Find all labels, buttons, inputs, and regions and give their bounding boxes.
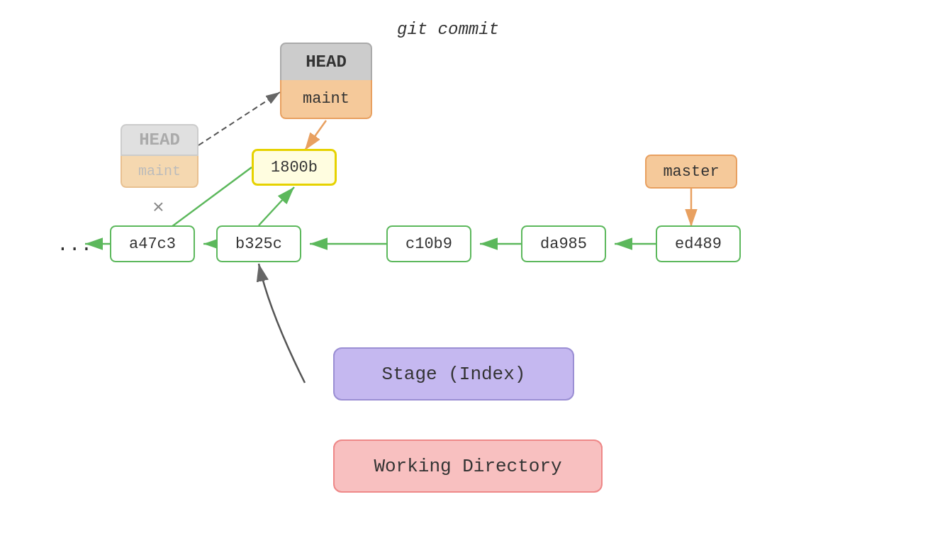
svg-line-12 xyxy=(198,92,280,145)
cross-symbol: × xyxy=(152,197,164,219)
commit-a47c3-label: a47c3 xyxy=(129,235,176,253)
dots-label: ... xyxy=(57,234,92,256)
commit-c10b9: c10b9 xyxy=(386,225,471,262)
diagram-container: git commit HEAD maint × HEAD maint maste… xyxy=(0,0,940,560)
head-active-top-label: HEAD xyxy=(306,52,347,72)
commit-b325c-label: b325c xyxy=(235,235,282,253)
commit-a47c3: a47c3 xyxy=(110,225,195,262)
stage-box-label: Stage (Index) xyxy=(382,364,526,385)
working-directory-label: Working Directory xyxy=(374,456,561,477)
commit-1800b-label: 1800b xyxy=(271,159,318,177)
master-label-text: master xyxy=(663,163,719,181)
commit-c10b9-label: c10b9 xyxy=(405,235,452,253)
commit-da985-label: da985 xyxy=(540,235,587,253)
head-inactive-label: HEAD xyxy=(139,130,180,150)
svg-line-11 xyxy=(305,121,326,150)
head-inactive-branch-label: maint xyxy=(138,163,181,179)
head-active-bottom: maint xyxy=(280,80,372,119)
working-directory-box: Working Directory xyxy=(333,439,603,493)
head-inactive-branch: maint xyxy=(121,156,198,188)
head-inactive-box: HEAD xyxy=(121,124,198,156)
master-label: master xyxy=(645,155,737,189)
head-active-bottom-label: maint xyxy=(303,90,349,108)
commit-b325c: b325c xyxy=(216,225,301,262)
head-active-top: HEAD xyxy=(280,43,372,82)
git-commit-label: git commit xyxy=(397,20,499,39)
commit-ed489: ed489 xyxy=(656,225,741,262)
commit-ed489-label: ed489 xyxy=(675,235,722,253)
commit-1800b: 1800b xyxy=(252,149,337,186)
stage-box: Stage (Index) xyxy=(333,347,574,401)
svg-line-9 xyxy=(259,187,294,225)
commit-da985: da985 xyxy=(521,225,606,262)
